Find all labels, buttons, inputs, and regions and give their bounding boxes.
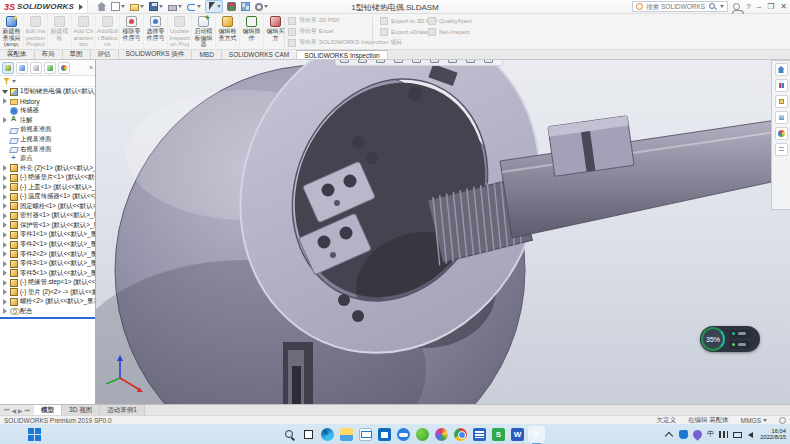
close-button[interactable]: ✕ bbox=[780, 2, 787, 11]
store-icon[interactable] bbox=[378, 428, 391, 441]
tree-item[interactable]: History bbox=[0, 97, 95, 107]
ribbon-tab-布局[interactable]: 布局 bbox=[35, 50, 63, 59]
design-library-icon[interactable] bbox=[775, 79, 788, 92]
restore-button[interactable]: ❒ bbox=[767, 2, 774, 11]
expand-icon[interactable] bbox=[2, 242, 8, 248]
tab-scroll-arrows[interactable]: ⏮◀▶⏭ bbox=[0, 405, 34, 415]
tree-item[interactable]: 密封器<1> (默认<<默认>_显示状 bbox=[0, 211, 95, 221]
hide-show-items[interactable] bbox=[430, 60, 444, 63]
tree-item[interactable]: (-) 上盖<1> (默认<<默认>_显示状 bbox=[0, 182, 95, 192]
solidworks-logo[interactable]: 3S SOLIDWORKS bbox=[0, 0, 88, 13]
task-view-icon[interactable] bbox=[302, 428, 315, 441]
select-icon[interactable] bbox=[205, 0, 223, 13]
units-selector[interactable]: MMGS bbox=[741, 417, 767, 424]
featuremanager-tab[interactable] bbox=[2, 62, 14, 74]
section-view[interactable] bbox=[376, 60, 390, 63]
ribbon-tab-solidworks-inspection[interactable]: SOLIDWORKS Inspection bbox=[297, 50, 388, 59]
search-input[interactable] bbox=[646, 3, 706, 10]
overlay-button-bottom[interactable] bbox=[729, 341, 751, 349]
open-icon[interactable] bbox=[129, 1, 145, 12]
reader-app-icon[interactable] bbox=[473, 428, 486, 441]
select-balloons-button[interactable]: 选择零件序号 bbox=[144, 14, 168, 50]
doc-tab-模型[interactable]: 模型 bbox=[34, 405, 62, 415]
expand-icon[interactable] bbox=[2, 175, 8, 181]
help-search[interactable] bbox=[632, 1, 728, 12]
undo-icon[interactable] bbox=[186, 1, 202, 12]
expand-icon[interactable] bbox=[2, 222, 8, 228]
tree-item[interactable]: 零件5<1> (默认<<默认>_显示状态 bbox=[0, 268, 95, 278]
tray-volume-icon[interactable] bbox=[747, 430, 756, 439]
file-explorer-pane-icon[interactable] bbox=[775, 95, 788, 108]
ribbon-tab-solidworks-插件[interactable]: SOLIDWORKS 插件 bbox=[119, 50, 193, 59]
expand-icon[interactable] bbox=[2, 289, 8, 295]
home-icon[interactable] bbox=[96, 1, 107, 12]
word-app-icon[interactable]: W bbox=[511, 428, 524, 441]
tree-item[interactable]: 零件2<1> (默认<<默认>_显示状态 bbox=[0, 240, 95, 250]
tab-overflow-chevron[interactable]: » bbox=[89, 64, 93, 71]
tray-ime[interactable]: 中 bbox=[707, 429, 714, 439]
tree-item[interactable]: (-) 垫片 (2)<2> -> (默认<<默认 bbox=[0, 287, 95, 297]
displaymanager-tab[interactable] bbox=[58, 62, 70, 74]
dropdown-icon[interactable] bbox=[121, 5, 125, 8]
tree-item[interactable]: 零件2<2> (默认<<默认>_显示状态 bbox=[0, 249, 95, 259]
ribbon-tab-mbd[interactable]: MBD bbox=[192, 50, 221, 59]
dimxpertmanager-tab[interactable] bbox=[44, 62, 56, 74]
new-inspection-project-button[interactable]: 新建检查项目 (amp;N) bbox=[0, 14, 24, 50]
expand-icon[interactable] bbox=[2, 165, 8, 171]
configurationmanager-tab[interactable] bbox=[30, 62, 42, 74]
expand-icon[interactable] bbox=[2, 203, 8, 209]
doc-tab-3D视图[interactable]: 3D 视图 bbox=[62, 405, 100, 415]
tree-item[interactable]: 零件3<1> (默认<<默认>_显示状态 bbox=[0, 259, 95, 269]
file-explorer-icon[interactable] bbox=[340, 428, 353, 441]
tree-item[interactable]: 固定螺栓<1> (默认<<默认>_显示 bbox=[0, 202, 95, 212]
tree-root[interactable]: 1型铂铑热电偶 (默认<默认_显示状态-1 bbox=[0, 87, 95, 97]
dropdown-icon[interactable] bbox=[159, 5, 163, 8]
display-style[interactable] bbox=[412, 60, 426, 63]
rollback-bar[interactable] bbox=[0, 317, 95, 319]
edit-operations-button[interactable]: 编辑操作 bbox=[240, 14, 264, 50]
sheets-app-icon[interactable]: S bbox=[492, 428, 505, 441]
overlay-button-top[interactable] bbox=[729, 330, 751, 338]
chrome-icon[interactable] bbox=[454, 428, 467, 441]
tray-display-icon[interactable] bbox=[733, 432, 742, 438]
tray-location-icon[interactable] bbox=[691, 428, 704, 441]
tree-item[interactable]: 右视基准面 bbox=[0, 144, 95, 154]
display-icon[interactable] bbox=[240, 1, 251, 12]
tree-item[interactable]: 零件1<1> (默认<<默认>_显示状态 bbox=[0, 230, 95, 240]
tree-item[interactable]: 螺栓<2> (默认<<默认>_显示状态 bbox=[0, 297, 95, 307]
status-options-icon[interactable] bbox=[779, 417, 786, 424]
zoom-area[interactable] bbox=[358, 60, 372, 63]
propertymanager-tab[interactable] bbox=[16, 62, 28, 74]
tree-item[interactable]: 原点 bbox=[0, 154, 95, 164]
expand-icon[interactable] bbox=[2, 213, 8, 219]
ribbon-tab-装配体[interactable]: 装配体 bbox=[0, 50, 35, 59]
expand-icon[interactable] bbox=[2, 117, 8, 123]
tree-filter[interactable] bbox=[0, 76, 95, 87]
dropdown-icon[interactable] bbox=[264, 5, 268, 8]
dropdown-icon[interactable] bbox=[178, 5, 182, 8]
expand-icon[interactable] bbox=[2, 232, 8, 238]
filter-dropdown-icon[interactable] bbox=[12, 80, 16, 83]
tray-shield-icon[interactable] bbox=[679, 430, 688, 439]
expand-icon[interactable] bbox=[2, 261, 8, 267]
start-button[interactable] bbox=[28, 428, 41, 441]
taskbar-search-icon[interactable] bbox=[283, 428, 296, 441]
tree-item[interactable]: 保护管<1> (默认<<默认>_显示状 bbox=[0, 221, 95, 231]
photos-app-icon[interactable] bbox=[435, 428, 448, 441]
view-settings[interactable] bbox=[484, 60, 498, 63]
expand-icon[interactable] bbox=[2, 184, 8, 190]
edge-icon[interactable] bbox=[321, 428, 334, 441]
print-icon[interactable] bbox=[167, 2, 183, 12]
expand-icon[interactable] bbox=[2, 308, 8, 314]
cloud-app-icon[interactable] bbox=[397, 428, 410, 441]
view-palette-icon[interactable] bbox=[775, 111, 788, 124]
zoom-fit[interactable] bbox=[340, 60, 354, 63]
new-document-icon[interactable] bbox=[110, 1, 126, 12]
expand-icon[interactable] bbox=[2, 270, 8, 276]
expand-icon[interactable] bbox=[2, 89, 8, 95]
taskpane-home-icon[interactable] bbox=[775, 63, 788, 76]
doc-tab-运动算例1[interactable]: 运动算例1 bbox=[100, 405, 145, 415]
tree-item[interactable]: 配合 bbox=[0, 307, 95, 317]
help-button[interactable]: ? bbox=[746, 2, 750, 11]
tree-item[interactable]: 传感器 bbox=[0, 106, 95, 116]
